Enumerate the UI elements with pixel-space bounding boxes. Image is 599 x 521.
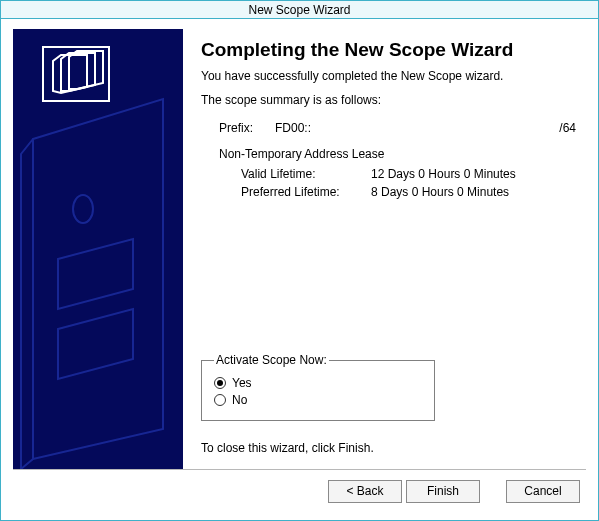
nav-buttons: < Back Finish (328, 480, 480, 503)
preferred-lifetime-label: Preferred Lifetime: (241, 183, 371, 201)
activate-scope-group: Activate Scope Now: Yes No (201, 353, 435, 421)
valid-lifetime-value: 12 Days 0 Hours 0 Minutes (371, 165, 576, 183)
prefix-label: Prefix: (219, 121, 275, 135)
activate-yes-option[interactable]: Yes (214, 376, 424, 390)
prefix-mask: /64 (536, 121, 576, 135)
preferred-lifetime-row: Preferred Lifetime: 8 Days 0 Hours 0 Min… (241, 183, 576, 201)
valid-lifetime-row: Valid Lifetime: 12 Days 0 Hours 0 Minute… (241, 165, 576, 183)
prefix-row: Prefix: FD00:: /64 (219, 121, 576, 135)
page-title: Completing the New Scope Wizard (201, 39, 576, 61)
page-subtext: You have successfully completed the New … (201, 69, 576, 83)
sidebar-art (13, 29, 183, 469)
prefix-value: FD00:: (275, 121, 536, 135)
activate-no-label: No (232, 393, 247, 407)
button-bar: < Back Finish Cancel (13, 469, 586, 512)
lease-block: Non-Temporary Address Lease Valid Lifeti… (219, 147, 576, 201)
title-bar: New Scope Wizard (1, 1, 598, 19)
wizard-sidebar (13, 29, 183, 469)
preferred-lifetime-value: 8 Days 0 Hours 0 Minutes (371, 183, 576, 201)
client-area: Completing the New Scope Wizard You have… (1, 19, 598, 520)
lease-title: Non-Temporary Address Lease (219, 147, 576, 161)
radio-icon (214, 394, 226, 406)
body-row: Completing the New Scope Wizard You have… (13, 29, 586, 469)
radio-icon (214, 377, 226, 389)
cancel-button[interactable]: Cancel (506, 480, 580, 503)
main-panel: Completing the New Scope Wizard You have… (183, 29, 586, 469)
activate-no-option[interactable]: No (214, 393, 424, 407)
back-button[interactable]: < Back (328, 480, 402, 503)
close-instruction: To close this wizard, click Finish. (201, 441, 576, 455)
valid-lifetime-label: Valid Lifetime: (241, 165, 371, 183)
window-title: New Scope Wizard (248, 3, 350, 17)
summary-intro: The scope summary is as follows: (201, 93, 576, 107)
wizard-window: New Scope Wizard (0, 0, 599, 521)
finish-button[interactable]: Finish (406, 480, 480, 503)
activate-scope-legend: Activate Scope Now: (214, 353, 329, 367)
activate-yes-label: Yes (232, 376, 252, 390)
